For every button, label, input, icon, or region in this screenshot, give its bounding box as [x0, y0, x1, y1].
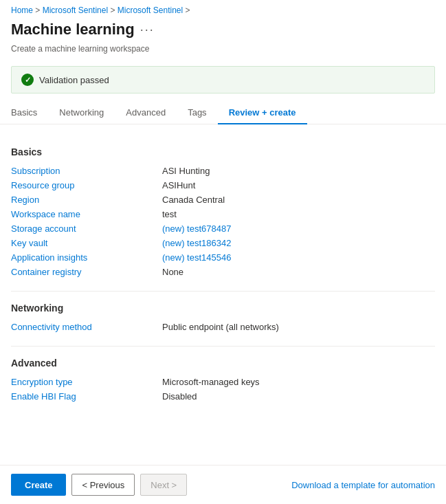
- validation-check-icon: [21, 74, 34, 86]
- field-value-app-insights: (new) test145546: [162, 252, 231, 263]
- footer: Create < Previous Next > Download a temp…: [0, 465, 446, 504]
- validation-banner: Validation passed: [11, 66, 435, 94]
- download-template-link[interactable]: Download a template for automation: [291, 480, 435, 490]
- more-options-icon[interactable]: ···: [140, 23, 155, 37]
- field-encryption-type: Encryption type Microsoft-managed keys: [11, 377, 435, 387]
- next-button: Next >: [140, 474, 187, 496]
- tab-review-create[interactable]: Review + create: [218, 102, 307, 124]
- networking-section: Networking Connectivity method Public en…: [11, 303, 435, 332]
- field-label-subscription: Subscription: [11, 166, 162, 176]
- field-workspace-name: Workspace name test: [11, 209, 435, 219]
- field-hbi-flag: Enable HBI Flag Disabled: [11, 391, 435, 402]
- field-value-encryption: Microsoft-managed keys: [162, 377, 260, 387]
- field-value-resource-group: ASIHunt: [162, 180, 195, 190]
- field-label-connectivity: Connectivity method: [11, 322, 162, 332]
- breadcrumb-sentinel-1[interactable]: Microsoft Sentinel: [43, 6, 108, 15]
- advanced-section: Advanced Encryption type Microsoft-manag…: [11, 358, 435, 402]
- field-region: Region Canada Central: [11, 195, 435, 205]
- field-label-encryption: Encryption type: [11, 377, 162, 387]
- networking-section-title: Networking: [11, 303, 435, 314]
- tab-basics[interactable]: Basics: [11, 102, 48, 124]
- field-resource-group: Resource group ASIHunt: [11, 180, 435, 190]
- field-connectivity-method: Connectivity method Public endpoint (all…: [11, 322, 435, 332]
- advanced-section-title: Advanced: [11, 358, 435, 369]
- previous-button[interactable]: < Previous: [71, 474, 135, 496]
- breadcrumb-sentinel-2[interactable]: Microsoft Sentinel: [118, 6, 183, 15]
- field-label-region: Region: [11, 195, 162, 205]
- field-app-insights: Application insights (new) test145546: [11, 252, 435, 263]
- field-storage-account: Storage account (new) test678487: [11, 223, 435, 234]
- field-container-registry: Container registry None: [11, 267, 435, 277]
- page-header: Machine learning ···: [0, 18, 446, 44]
- field-label-container-registry: Container registry: [11, 267, 162, 277]
- main-content: Basics Subscription ASI Hunting Resource…: [0, 124, 446, 402]
- field-value-container-registry: None: [162, 267, 183, 277]
- basics-section: Basics Subscription ASI Hunting Resource…: [11, 146, 435, 277]
- divider-1: [11, 291, 435, 292]
- field-key-vault: Key vault (new) test186342: [11, 238, 435, 248]
- tab-advanced[interactable]: Advanced: [115, 102, 177, 124]
- tab-networking[interactable]: Networking: [48, 102, 115, 124]
- page-title: Machine learning: [11, 21, 135, 39]
- field-label-hbi: Enable HBI Flag: [11, 391, 162, 402]
- field-label-resource-group: Resource group: [11, 180, 162, 190]
- validation-text: Validation passed: [39, 75, 109, 85]
- field-value-subscription: ASI Hunting: [162, 166, 210, 176]
- field-subscription: Subscription ASI Hunting: [11, 166, 435, 176]
- breadcrumb: Home > Microsoft Sentinel > Microsoft Se…: [0, 0, 446, 18]
- field-label-workspace-name: Workspace name: [11, 209, 162, 219]
- field-value-workspace-name: test: [162, 209, 177, 219]
- basics-section-title: Basics: [11, 146, 435, 157]
- field-label-app-insights: Application insights: [11, 252, 162, 263]
- create-button[interactable]: Create: [11, 474, 66, 496]
- field-value-region: Canada Central: [162, 195, 225, 205]
- tabs-container: Basics Networking Advanced Tags Review +…: [0, 102, 446, 124]
- field-label-key-vault: Key vault: [11, 238, 162, 248]
- field-value-key-vault: (new) test186342: [162, 238, 231, 248]
- field-value-hbi: Disabled: [162, 391, 197, 402]
- divider-2: [11, 346, 435, 347]
- field-value-connectivity: Public endpoint (all networks): [162, 322, 279, 332]
- field-label-storage-account: Storage account: [11, 223, 162, 234]
- tab-tags[interactable]: Tags: [177, 102, 217, 124]
- page-subtitle: Create a machine learning workspace: [0, 44, 446, 61]
- field-value-storage-account: (new) test678487: [162, 223, 231, 234]
- breadcrumb-home[interactable]: Home: [11, 6, 33, 15]
